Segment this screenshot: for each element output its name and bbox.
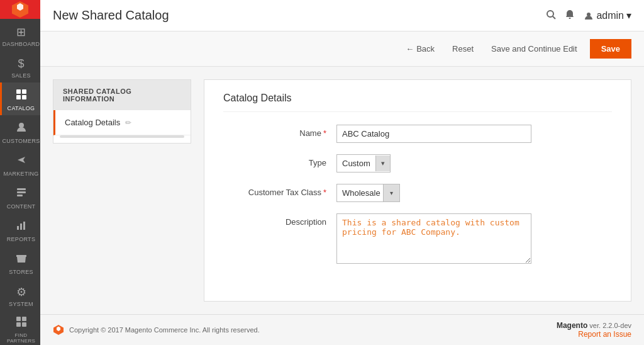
name-input[interactable] bbox=[336, 125, 531, 143]
sidebar: ⊞ Dashboard $ Sales Catalog Customers bbox=[0, 0, 40, 345]
svg-rect-0 bbox=[16, 89, 21, 94]
sidebar-item-marketing[interactable]: Marketing bbox=[0, 148, 40, 181]
type-label: Type bbox=[223, 154, 336, 167]
header-icons: admin ▾ bbox=[546, 9, 631, 22]
svg-rect-10 bbox=[23, 222, 25, 230]
sidebar-item-content[interactable]: Content bbox=[0, 181, 40, 213]
system-icon: ⚙ bbox=[16, 285, 26, 299]
sidebar-item-dashboard[interactable]: ⊞ Dashboard bbox=[0, 19, 40, 51]
sidebar-item-reports[interactable]: Reports bbox=[0, 213, 40, 246]
save-button[interactable]: Save bbox=[590, 39, 631, 59]
type-select[interactable]: Custom Public bbox=[337, 155, 375, 172]
magento-version-label: Magento bbox=[557, 321, 587, 330]
tax-select[interactable]: Wholesale Retail bbox=[337, 184, 399, 201]
action-toolbar: ← Back Reset Save and Continue Edit Save bbox=[40, 31, 644, 67]
sidebar-item-customers[interactable]: Customers bbox=[0, 115, 40, 148]
svg-rect-12 bbox=[16, 317, 21, 321]
sidebar-label-find-partners: FIND PARTNERS& EXTENSIONS bbox=[4, 332, 38, 345]
sidebar-label-sales: Sales bbox=[11, 72, 31, 79]
save-continue-label: Save and Continue Edit bbox=[491, 44, 577, 54]
footer-version: Magento ver. 2.2.0-dev bbox=[557, 321, 631, 330]
svg-line-17 bbox=[553, 16, 555, 19]
sidebar-item-stores[interactable]: Stores bbox=[0, 246, 40, 279]
tax-required: * bbox=[323, 188, 326, 197]
tax-label: Customer Tax Class* bbox=[223, 184, 336, 197]
svg-point-4 bbox=[19, 123, 24, 128]
svg-rect-2 bbox=[16, 95, 21, 99]
footer-copyright: Copyright © 2017 Magento Commerce Inc. A… bbox=[69, 326, 260, 334]
back-arrow-icon: ← bbox=[406, 44, 414, 54]
sidebar-label-stores: Stores bbox=[9, 269, 33, 275]
svg-rect-7 bbox=[17, 195, 23, 196]
svg-rect-14 bbox=[16, 322, 21, 327]
sidebar-item-sales[interactable]: $ Sales bbox=[0, 51, 40, 82]
reset-button[interactable]: Reset bbox=[447, 40, 479, 57]
svg-rect-6 bbox=[17, 191, 26, 193]
page-footer: Copyright © 2017 Magento Commerce Inc. A… bbox=[40, 314, 644, 345]
sidebar-item-find-partners[interactable]: FIND PARTNERS& EXTENSIONS bbox=[0, 311, 40, 345]
search-icon[interactable] bbox=[546, 9, 556, 22]
description-control: This is a shared catalog with custom pri… bbox=[336, 213, 612, 266]
report-issue-link[interactable]: Report an Issue bbox=[578, 330, 631, 339]
scroll-indicator bbox=[60, 135, 184, 138]
sidebar-item-system[interactable]: ⚙ System bbox=[0, 279, 40, 311]
stores-icon bbox=[16, 252, 27, 267]
reset-label: Reset bbox=[452, 44, 474, 54]
content-area: Shared Catalog Information Catalog Detai… bbox=[40, 67, 644, 314]
left-panel: Shared Catalog Information Catalog Detai… bbox=[53, 79, 191, 144]
save-label: Save bbox=[601, 44, 620, 54]
sidebar-label-catalog: Catalog bbox=[8, 105, 35, 111]
svg-rect-15 bbox=[22, 322, 26, 327]
reports-icon bbox=[16, 220, 27, 234]
name-label: Name* bbox=[223, 125, 336, 138]
name-field-row: Name* bbox=[223, 125, 612, 143]
sidebar-label-reports: Reports bbox=[7, 236, 35, 242]
user-menu[interactable]: admin ▾ bbox=[584, 9, 631, 21]
page-header: New Shared Catalog admin bbox=[40, 0, 644, 31]
tax-control: Wholesale Retail ▾ bbox=[336, 184, 612, 202]
page-body: Shared Catalog Information Catalog Detai… bbox=[40, 67, 644, 345]
back-button[interactable]: ← Back bbox=[401, 40, 440, 57]
dashboard-icon: ⊞ bbox=[16, 25, 26, 39]
sidebar-label-customers: Customers bbox=[2, 138, 40, 144]
footer-right: Magento ver. 2.2.0-dev Report an Issue bbox=[557, 321, 631, 339]
type-dropdown-btn[interactable]: ▾ bbox=[375, 156, 390, 171]
find-partners-icon bbox=[16, 316, 27, 331]
type-control: Custom Public ▾ bbox=[336, 154, 612, 172]
svg-rect-9 bbox=[20, 223, 22, 230]
sidebar-label-content: Content bbox=[7, 203, 36, 210]
type-field-row: Type Custom Public ▾ bbox=[223, 154, 612, 172]
catalog-details-nav-item[interactable]: Catalog Details ✏ bbox=[53, 110, 191, 135]
svg-rect-13 bbox=[22, 317, 26, 321]
description-label: Description bbox=[223, 213, 336, 227]
footer-logo bbox=[53, 324, 64, 336]
sidebar-label-dashboard: Dashboard bbox=[3, 41, 40, 47]
notification-icon[interactable] bbox=[565, 9, 575, 22]
back-label: Back bbox=[416, 44, 435, 54]
sidebar-label-marketing: Marketing bbox=[3, 171, 38, 177]
sidebar-item-catalog[interactable]: Catalog bbox=[0, 82, 40, 115]
left-panel-header: Shared Catalog Information bbox=[53, 80, 191, 110]
customers-icon bbox=[16, 122, 27, 136]
form-panel: Catalog Details Name* Type bbox=[204, 79, 631, 302]
description-textarea[interactable]: This is a shared catalog with custom pri… bbox=[336, 213, 531, 264]
type-dropdown-wrapper: Custom Public ▾ bbox=[336, 154, 391, 172]
sidebar-label-system: System bbox=[9, 301, 33, 307]
description-field-row: Description This is a shared catalog wit… bbox=[223, 213, 612, 266]
catalog-icon bbox=[16, 89, 27, 103]
name-control bbox=[336, 125, 612, 143]
tax-field-row: Customer Tax Class* Wholesale Retail ▾ bbox=[223, 184, 612, 202]
name-required: * bbox=[323, 128, 326, 138]
svg-rect-8 bbox=[17, 226, 19, 230]
marketing-icon bbox=[16, 154, 27, 169]
page-title: New Shared Catalog bbox=[53, 8, 546, 23]
svg-rect-1 bbox=[22, 89, 26, 94]
user-label: admin bbox=[596, 10, 624, 21]
save-continue-button[interactable]: Save and Continue Edit bbox=[486, 40, 582, 57]
main-content: New Shared Catalog admin bbox=[40, 0, 644, 345]
svg-rect-18 bbox=[569, 18, 571, 19]
user-dropdown-arrow: ▾ bbox=[626, 9, 631, 21]
sales-icon: $ bbox=[18, 57, 24, 71]
app-logo bbox=[0, 0, 40, 19]
edit-icon[interactable]: ✏ bbox=[125, 118, 131, 127]
